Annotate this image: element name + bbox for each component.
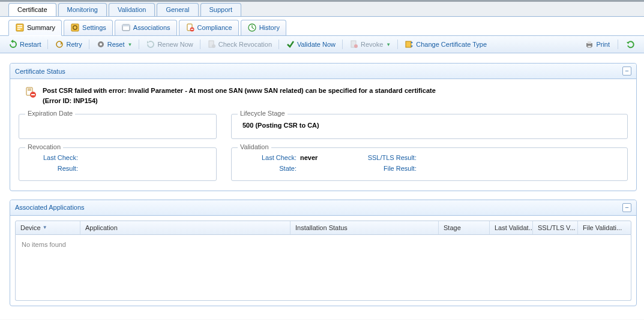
validation-file-value (420, 165, 468, 172)
check-revocation-icon (207, 40, 217, 49)
toolbar-separator (618, 40, 618, 49)
toolbar: Restart Retry Reset ▼ Renew Now Check Re… (0, 36, 644, 53)
revoke-button[interactable]: Revoke ▼ (346, 38, 394, 50)
col-application[interactable]: Application (80, 221, 290, 234)
chevron-down-icon: ▼ (128, 42, 133, 47)
revocation-lastcheck-value (82, 154, 208, 161)
svg-rect-19 (406, 41, 411, 47)
svg-rect-25 (28, 90, 31, 90)
apps-grid-body: No items found (15, 235, 631, 301)
validation-lastcheck-value: never (300, 154, 348, 161)
refresh-button[interactable] (622, 38, 639, 50)
expiration-label: Expiration Date (25, 110, 75, 117)
col-stage[interactable]: Stage (439, 221, 490, 234)
subtab-summary-label: Summary (27, 24, 55, 31)
validation-file-label: File Result: (348, 165, 420, 172)
subtab-summary[interactable]: Summary (8, 20, 62, 36)
svg-rect-22 (588, 46, 591, 47)
revocation-lastcheck-label: Last Check: (28, 154, 82, 161)
summary-icon (15, 23, 25, 32)
svg-rect-21 (588, 41, 591, 44)
restart-button[interactable]: Restart (5, 38, 44, 50)
refresh-icon (626, 40, 636, 49)
print-icon (585, 40, 594, 49)
validation-label: Validation (238, 143, 271, 150)
toolbar-separator (47, 40, 48, 49)
renew-icon (146, 40, 155, 49)
chevron-down-icon: ▼ (386, 42, 391, 47)
sort-desc-icon: ▼ (43, 225, 47, 230)
reset-label: Reset (107, 41, 125, 48)
lifecycle-label: Lifecycle Stage (238, 110, 287, 117)
main-content: Certificate Status − Post CSR failed wit… (0, 53, 644, 319)
tab-monitoring[interactable]: Monitoring (58, 3, 107, 16)
collapse-button[interactable]: − (622, 203, 631, 212)
lifecycle-fieldset: Lifecycle Stage 500 (Posting CSR to CA) (231, 114, 628, 139)
toolbar-separator (342, 40, 343, 49)
expiration-fieldset: Expiration Date (19, 114, 217, 139)
subtab-settings-label: Settings (82, 24, 106, 31)
retry-icon (55, 40, 64, 49)
change-cert-type-button[interactable]: Change Certificate Type (401, 38, 490, 50)
subtab-settings[interactable]: Settings (64, 20, 113, 35)
col-install-status[interactable]: Installation Status (290, 221, 439, 234)
validation-lastcheck-label: Last Check: (240, 154, 300, 161)
print-label: Print (596, 41, 610, 48)
tab-support[interactable]: Support (200, 3, 242, 16)
retry-button[interactable]: Retry (51, 38, 85, 50)
settings-icon (70, 23, 80, 32)
col-file-valid[interactable]: File Validati... (578, 221, 631, 234)
toolbar-separator (89, 40, 89, 49)
check-revocation-label: Check Revocation (218, 41, 272, 48)
svg-rect-27 (31, 94, 35, 95)
validation-fieldset: Validation Last Check: never SSL/TLS Res… (231, 147, 628, 181)
certificate-status-title: Certificate Status (15, 68, 65, 75)
print-button[interactable]: Print (581, 38, 613, 50)
tab-validation[interactable]: Validation (109, 3, 155, 16)
lifecycle-value: 500 (Posting CSR to CA) (240, 120, 619, 130)
restart-icon (8, 40, 18, 49)
toolbar-separator (278, 40, 279, 49)
error-message: Post CSR failed with error: Invalid Para… (43, 86, 436, 96)
retry-label: Retry (66, 41, 82, 48)
subtab-compliance[interactable]: Compliance (179, 20, 239, 35)
apps-empty-message: No items found (22, 241, 66, 248)
renew-now-button[interactable]: Renew Now (142, 38, 196, 50)
svg-rect-10 (191, 29, 193, 30)
revocation-result-value (82, 165, 208, 172)
revoke-label: Revoke (361, 41, 383, 48)
revoke-icon (349, 40, 359, 49)
toolbar-separator (397, 40, 398, 49)
check-revocation-button[interactable]: Check Revocation (203, 38, 275, 50)
revocation-fieldset: Revocation Last Check: Result: (19, 147, 217, 181)
svg-rect-1 (17, 25, 22, 26)
validate-now-button[interactable]: Validate Now (282, 38, 339, 50)
expiration-value (28, 120, 208, 129)
associated-apps-header: Associated Applications − (10, 200, 636, 216)
compliance-icon (185, 23, 195, 32)
tab-certificate[interactable]: Certificate (8, 3, 56, 16)
subtab-associations[interactable]: Associations (115, 20, 177, 35)
col-ssl[interactable]: SSL/TLS V... (533, 221, 578, 234)
collapse-button[interactable]: − (622, 67, 631, 76)
col-device[interactable]: Device ▼ (16, 221, 80, 234)
subtab-compliance-label: Compliance (197, 24, 232, 31)
change-type-icon (405, 40, 414, 49)
svg-rect-7 (122, 25, 130, 26)
revocation-label: Revocation (25, 143, 63, 150)
col-last-validated[interactable]: Last Validat... (490, 221, 533, 234)
associations-icon (121, 23, 131, 32)
validation-state-label: State: (240, 165, 300, 172)
subtab-history[interactable]: History (241, 20, 286, 35)
reset-button[interactable]: Reset ▼ (92, 38, 136, 50)
revocation-result-label: Result: (28, 165, 82, 172)
error-icon (25, 86, 37, 98)
col-device-label: Device (20, 224, 41, 231)
associated-apps-title: Associated Applications (15, 204, 85, 211)
tab-general[interactable]: General (157, 3, 198, 16)
validate-icon (286, 40, 295, 49)
subtab-associations-label: Associations (133, 24, 170, 31)
svg-rect-3 (17, 29, 20, 30)
top-tabs: Certificate Monitoring Validation Genera… (0, 2, 644, 17)
toolbar-separator (200, 40, 200, 49)
